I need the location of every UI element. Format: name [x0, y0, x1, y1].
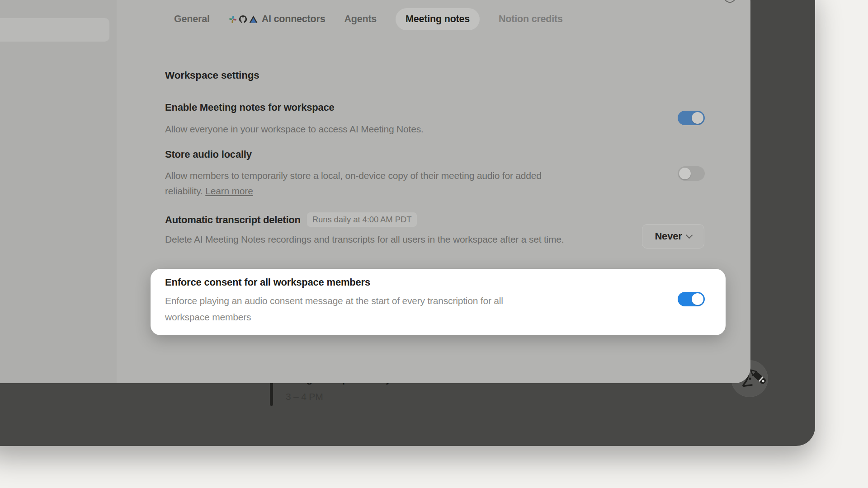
setting-desc-enforce-consent: Enforce playing an audio consent message…	[165, 293, 509, 325]
setting-desc-transcript-deletion: Delete AI Meeting Notes recordings and t…	[165, 232, 564, 247]
tab-ai-connectors[interactable]: AI connectors	[229, 8, 326, 30]
toggle-knob	[679, 168, 691, 179]
sidebar-selected-item[interactable]	[0, 18, 109, 42]
github-icon	[239, 15, 247, 23]
settings-tab-bar: General AI connectors Agents Me	[174, 8, 563, 30]
setting-title-store-audio: Store audio locally	[165, 149, 252, 160]
tab-agents[interactable]: Agents	[344, 8, 377, 30]
slack-icon	[229, 15, 237, 23]
tab-ai-connectors-label: AI connectors	[262, 14, 326, 25]
toggle-store-audio[interactable]	[678, 166, 705, 181]
setting-header-transcript-deletion: Automatic transcript deletionRuns daily …	[165, 212, 417, 227]
drive-icon	[249, 15, 258, 23]
learn-more-link[interactable]: Learn more	[205, 186, 253, 196]
dropdown-value: Never	[655, 230, 682, 242]
settings-sidebar	[0, 0, 117, 383]
connector-icons	[229, 15, 258, 23]
setting-desc-store-audio: Allow members to temporarily store a loc…	[165, 168, 572, 199]
spotlight-card-enforce-consent: Enforce consent for all workspace member…	[151, 269, 726, 335]
deletion-schedule-dropdown[interactable]: Never	[642, 224, 704, 249]
setting-desc-enable-meeting-notes: Allow everyone in your workspace to acce…	[165, 122, 424, 137]
tab-general[interactable]: General	[174, 8, 210, 30]
chevron-down-icon	[685, 231, 693, 239]
toggle-enforce-consent[interactable]	[678, 292, 705, 306]
toggle-knob	[692, 112, 703, 124]
toggle-knob	[692, 293, 703, 305]
tab-notion-credits[interactable]: Notion credits	[499, 8, 563, 30]
section-heading: Workspace settings	[165, 70, 259, 81]
screen: Design critique weekly 3 – 4 PM	[0, 0, 868, 488]
calendar-event-time: 3 – 4 PM	[286, 391, 323, 402]
tab-meeting-notes[interactable]: Meeting notes	[396, 8, 480, 30]
setting-title-enable-meeting-notes: Enable Meeting notes for workspace	[165, 102, 335, 113]
schedule-badge: Runs daily at 4:00 AM PDT	[307, 212, 417, 227]
setting-title-transcript-deletion: Automatic transcript deletion	[165, 214, 301, 225]
setting-title-enforce-consent: Enforce consent for all workspace member…	[165, 277, 370, 288]
toggle-enable-meeting-notes[interactable]	[678, 111, 705, 125]
